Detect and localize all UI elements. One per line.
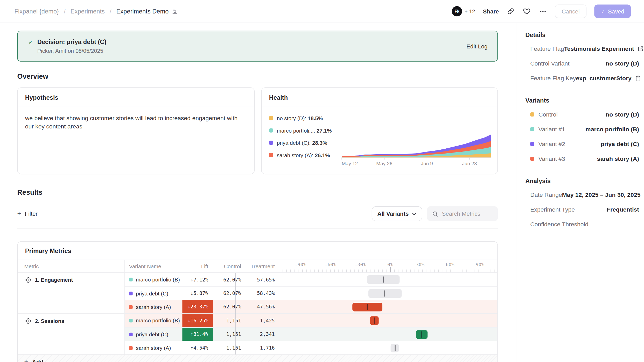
axis-tick xyxy=(422,270,423,272)
sidebar-row-value[interactable]: Testimonials Experiment xyxy=(564,46,634,52)
point-estimate-tick xyxy=(384,291,385,297)
sidebar-row-label: Feature Flag Key xyxy=(530,75,576,82)
point-estimate-tick xyxy=(367,304,367,310)
treatment-value: 1,425 xyxy=(246,314,280,327)
variant-swatch xyxy=(129,292,132,295)
axis-tick xyxy=(450,270,451,272)
copy-link-icon[interactable] xyxy=(507,7,515,16)
variant-name-cell: priya debt (C) xyxy=(125,287,183,300)
microscope-icon xyxy=(172,8,178,15)
variant-label: sarah story (A) xyxy=(136,304,171,310)
plus-icon: + xyxy=(17,210,21,218)
breadcrumb-experiments[interactable]: Experiments xyxy=(71,8,105,15)
axis-tick xyxy=(442,270,443,272)
main-content: ✓ Decision: priya debt (C) Picker, Amit … xyxy=(0,23,516,362)
confidence-interval-cell xyxy=(280,341,498,354)
sidebar-row: Confidence Threshold xyxy=(525,217,639,232)
axis-tick xyxy=(295,270,295,272)
lift-value: ↑31.4% xyxy=(182,328,213,341)
favorite-heart-icon[interactable] xyxy=(523,7,531,16)
legend-label: priya debt (C): 28.3% xyxy=(277,140,327,146)
control-value: 1,161 xyxy=(213,314,246,327)
lift-value: ↓16.25% xyxy=(182,314,213,327)
toolbar-right: All Variants xyxy=(372,206,498,221)
confidence-interval-bar xyxy=(416,330,428,339)
add-filter-button[interactable]: + Filter xyxy=(17,210,38,218)
external-link-icon[interactable] xyxy=(638,46,643,52)
collaborator-avatars[interactable]: Fk + 12 xyxy=(452,6,475,17)
variants-dropdown[interactable]: All Variants xyxy=(372,206,422,221)
x-axis-label: Jun 9 xyxy=(421,161,433,166)
axis-tick xyxy=(406,270,407,272)
metrics-table-body: 1. Engagementmarco portfolio (B)↓7.12%62… xyxy=(18,273,497,354)
metrics-table-header: Metric Variant Name Lift Control Treatme… xyxy=(18,260,497,273)
edit-log-button[interactable]: Edit Log xyxy=(466,43,487,49)
axis-tick xyxy=(402,270,403,272)
axis-tick xyxy=(466,270,466,272)
confidence-interval-bar xyxy=(352,303,382,311)
collaborator-count: + 12 xyxy=(465,8,475,15)
primary-metrics-card: Primary Metrics Metric Variant Name Lift… xyxy=(17,241,498,362)
confidence-interval-bar xyxy=(367,275,400,284)
breadcrumb: Fixpanel {demo} / Experiments / Experime… xyxy=(14,8,178,15)
avatar[interactable]: Fk xyxy=(452,6,462,17)
confidence-interval-cell xyxy=(280,314,498,327)
analysis-section: Analysis Date RangeMay 12, 2025 – Jun 30… xyxy=(525,177,639,232)
lift-value: ↓7.12% xyxy=(182,273,213,286)
clipboard-icon[interactable] xyxy=(635,75,641,82)
share-button[interactable]: Share xyxy=(483,8,499,15)
control-value: 62.07% xyxy=(213,300,246,314)
metric-name-cell[interactable]: 1. Engagement xyxy=(18,273,125,313)
variant-swatch xyxy=(129,319,132,322)
column-variant-name: Variant Name xyxy=(125,260,183,272)
metric-name: 1. Engagement xyxy=(35,277,73,283)
hypothesis-card: Hypothesis we believe that showing custo… xyxy=(17,87,255,174)
table-row: priya debt (C)↓5.87%62.07%58.43% xyxy=(125,286,498,300)
axis-tick xyxy=(298,270,299,272)
treatment-value: 1,716 xyxy=(246,341,280,354)
cancel-button[interactable]: Cancel xyxy=(555,4,587,18)
confidence-interval-cell xyxy=(280,300,498,314)
search-metrics-input[interactable] xyxy=(442,211,491,217)
variant-name-cell: sarah story (A) xyxy=(125,300,183,314)
legend-label: sarah story (A): 26.1% xyxy=(277,152,330,158)
x-axis-label: May 26 xyxy=(376,161,392,166)
variant-name-cell: marco portfolio (B) xyxy=(125,273,183,286)
axis-tick xyxy=(494,270,494,272)
sidebar-row-value: Frequentist xyxy=(607,206,639,213)
variant-name-cell: marco portfolio (B) xyxy=(125,314,183,327)
axis-tick xyxy=(358,270,359,272)
chevron-down-icon xyxy=(412,212,416,216)
axis-tick xyxy=(394,270,395,272)
axis-tick xyxy=(458,270,459,272)
treatment-value: 58.43% xyxy=(246,287,280,300)
axis-zero-tick xyxy=(390,267,391,272)
details-heading: Details xyxy=(525,31,639,38)
axis-tick xyxy=(418,270,419,272)
axis-tick xyxy=(314,270,315,272)
saved-button[interactable]: ✓ Saved xyxy=(594,4,631,18)
axis-tick xyxy=(486,270,486,272)
control-value: 1,161 xyxy=(213,328,246,341)
health-legend: no story (D): 18.5%marco portfoli...: 27… xyxy=(262,107,338,159)
variant-swatch xyxy=(129,346,132,350)
metric-target-icon xyxy=(24,277,31,284)
metric-name-cell[interactable]: 2. Sessions xyxy=(18,314,125,354)
column-control: Control xyxy=(213,260,246,272)
breadcrumb-project[interactable]: Fixpanel {demo} xyxy=(14,8,59,15)
axis-tick xyxy=(438,270,439,272)
axis-tick xyxy=(334,270,335,272)
legend-value: 26.1% xyxy=(315,152,330,158)
variant-swatch xyxy=(530,112,534,117)
axis-tick xyxy=(454,270,454,272)
variant-label: marco portfolio (B) xyxy=(136,317,180,324)
more-options-icon[interactable] xyxy=(539,7,547,16)
axis-tick xyxy=(482,270,482,272)
sidebar-row-value[interactable]: exp_customerStory xyxy=(576,75,631,82)
treatment-value: 57.65% xyxy=(246,273,280,286)
table-row: sarah story (A)↑4.54%1,1611,716 xyxy=(125,341,498,354)
add-metric-button[interactable]: + Add xyxy=(18,354,497,362)
saved-button-label: Saved xyxy=(608,8,624,15)
variant-name-cell: sarah story (A) xyxy=(125,341,183,354)
top-bar: Fixpanel {demo} / Experiments / Experime… xyxy=(0,0,644,23)
